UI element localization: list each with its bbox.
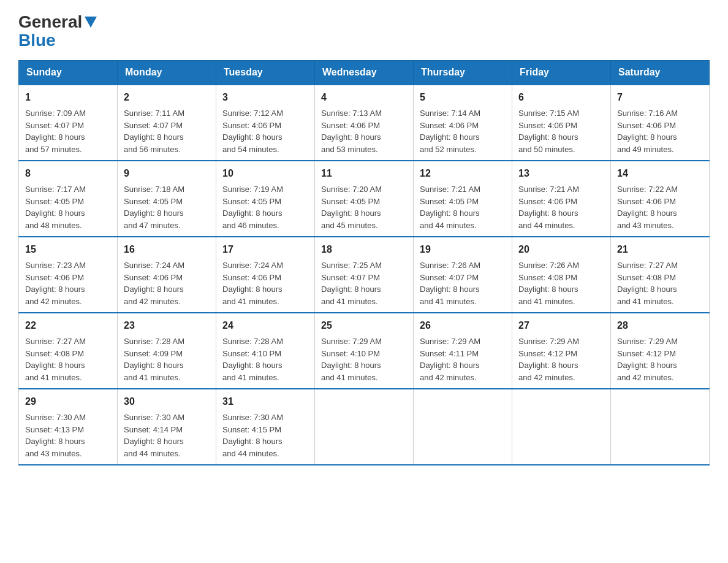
calendar-cell: 2 Sunrise: 7:11 AM Sunset: 4:07 PM Dayli… [118, 85, 216, 161]
logo-general-text: General [18, 12, 97, 32]
calendar-cell: 18 Sunrise: 7:25 AM Sunset: 4:07 PM Dayl… [315, 237, 414, 313]
day-daylight-cont: and 49 minutes. [617, 145, 674, 154]
day-daylight-cont: and 41 minutes. [617, 297, 674, 306]
calendar-cell: 9 Sunrise: 7:18 AM Sunset: 4:05 PM Dayli… [118, 161, 216, 237]
day-daylight-cont: and 41 minutes. [222, 297, 279, 306]
day-daylight: Daylight: 8 hours [321, 132, 381, 142]
calendar-week-row: 29 Sunrise: 7:30 AM Sunset: 4:13 PM Dayl… [19, 389, 710, 465]
day-sunrise: Sunrise: 7:25 AM [321, 261, 382, 270]
day-daylight: Daylight: 8 hours [518, 361, 578, 370]
day-sunset: Sunset: 4:08 PM [25, 349, 84, 358]
col-header-monday: Monday [118, 61, 216, 85]
day-number: 22 [25, 318, 111, 333]
calendar-cell: 17 Sunrise: 7:24 AM Sunset: 4:06 PM Dayl… [216, 237, 315, 313]
day-number: 7 [617, 90, 703, 105]
calendar-cell: 6 Sunrise: 7:15 AM Sunset: 4:06 PM Dayli… [512, 85, 611, 161]
day-daylight: Daylight: 8 hours [25, 361, 85, 370]
day-daylight-cont: and 57 minutes. [25, 145, 82, 154]
day-sunset: Sunset: 4:05 PM [124, 197, 183, 206]
calendar-table: SundayMondayTuesdayWednesdayThursdayFrid… [18, 60, 710, 465]
calendar-cell: 22 Sunrise: 7:27 AM Sunset: 4:08 PM Dayl… [19, 313, 118, 389]
day-sunset: Sunset: 4:06 PM [518, 121, 577, 130]
day-daylight: Daylight: 8 hours [222, 209, 282, 218]
day-number: 15 [25, 242, 111, 257]
day-daylight-cont: and 54 minutes. [222, 145, 279, 154]
day-number: 14 [617, 166, 703, 181]
logo: General Blue [18, 12, 97, 50]
day-number: 10 [222, 166, 308, 181]
day-number: 12 [420, 166, 506, 181]
day-daylight-cont: and 47 minutes. [124, 221, 181, 230]
calendar-header-row: SundayMondayTuesdayWednesdayThursdayFrid… [19, 61, 710, 85]
day-daylight: Daylight: 8 hours [222, 437, 282, 446]
day-daylight-cont: and 56 minutes. [124, 145, 181, 154]
logo-triangle-icon [85, 17, 97, 28]
day-daylight-cont: and 42 minutes. [420, 373, 477, 382]
day-sunset: Sunset: 4:12 PM [617, 349, 676, 358]
calendar-cell: 23 Sunrise: 7:28 AM Sunset: 4:09 PM Dayl… [118, 313, 216, 389]
day-number: 6 [518, 90, 604, 105]
day-sunrise: Sunrise: 7:24 AM [124, 261, 184, 270]
day-sunrise: Sunrise: 7:19 AM [222, 185, 283, 194]
day-number: 5 [420, 90, 506, 105]
day-daylight: Daylight: 8 hours [518, 209, 578, 218]
day-daylight: Daylight: 8 hours [25, 209, 85, 218]
day-sunrise: Sunrise: 7:29 AM [420, 337, 480, 346]
day-daylight-cont: and 41 minutes. [124, 373, 181, 382]
day-daylight-cont: and 44 minutes. [518, 221, 575, 230]
day-sunrise: Sunrise: 7:26 AM [518, 261, 579, 270]
day-daylight-cont: and 50 minutes. [518, 145, 575, 154]
day-daylight: Daylight: 8 hours [124, 209, 184, 218]
day-sunrise: Sunrise: 7:18 AM [124, 185, 184, 194]
day-number: 18 [321, 242, 407, 257]
day-sunrise: Sunrise: 7:21 AM [420, 185, 480, 194]
day-daylight-cont: and 41 minutes. [25, 373, 82, 382]
day-daylight-cont: and 45 minutes. [321, 221, 378, 230]
day-number: 25 [321, 318, 407, 333]
col-header-friday: Friday [512, 61, 611, 85]
day-daylight: Daylight: 8 hours [420, 132, 480, 142]
day-sunset: Sunset: 4:06 PM [420, 121, 479, 130]
day-sunset: Sunset: 4:07 PM [25, 121, 84, 130]
day-daylight-cont: and 41 minutes. [321, 297, 378, 306]
day-sunrise: Sunrise: 7:16 AM [617, 109, 678, 118]
col-header-wednesday: Wednesday [315, 61, 414, 85]
day-daylight: Daylight: 8 hours [420, 361, 480, 370]
day-sunset: Sunset: 4:09 PM [124, 349, 183, 358]
calendar-week-row: 15 Sunrise: 7:23 AM Sunset: 4:06 PM Dayl… [19, 237, 710, 313]
calendar-cell: 7 Sunrise: 7:16 AM Sunset: 4:06 PM Dayli… [611, 85, 710, 161]
day-sunrise: Sunrise: 7:30 AM [222, 413, 283, 422]
day-sunset: Sunset: 4:07 PM [420, 273, 479, 282]
day-number: 30 [124, 394, 210, 409]
day-number: 24 [222, 318, 308, 333]
calendar-week-row: 8 Sunrise: 7:17 AM Sunset: 4:05 PM Dayli… [19, 161, 710, 237]
day-sunset: Sunset: 4:06 PM [321, 121, 380, 130]
day-daylight-cont: and 42 minutes. [124, 297, 181, 306]
day-sunrise: Sunrise: 7:27 AM [617, 261, 678, 270]
day-sunrise: Sunrise: 7:29 AM [518, 337, 579, 346]
day-sunset: Sunset: 4:05 PM [222, 197, 281, 206]
logo-blue-text: Blue [18, 31, 97, 50]
day-sunset: Sunset: 4:10 PM [222, 349, 281, 358]
calendar-cell [315, 389, 414, 465]
day-daylight-cont: and 41 minutes. [321, 373, 378, 382]
day-sunset: Sunset: 4:06 PM [617, 197, 676, 206]
col-header-saturday: Saturday [611, 61, 710, 85]
calendar-cell [512, 389, 611, 465]
day-daylight-cont: and 44 minutes. [420, 221, 477, 230]
day-sunrise: Sunrise: 7:26 AM [420, 261, 480, 270]
day-daylight-cont: and 48 minutes. [25, 221, 82, 230]
calendar-cell: 30 Sunrise: 7:30 AM Sunset: 4:14 PM Dayl… [118, 389, 216, 465]
calendar-cell: 14 Sunrise: 7:22 AM Sunset: 4:06 PM Dayl… [611, 161, 710, 237]
day-daylight-cont: and 42 minutes. [617, 373, 674, 382]
day-daylight: Daylight: 8 hours [124, 285, 184, 294]
day-number: 16 [124, 242, 210, 257]
day-sunrise: Sunrise: 7:28 AM [124, 337, 184, 346]
day-daylight-cont: and 52 minutes. [420, 145, 477, 154]
day-number: 26 [420, 318, 506, 333]
day-daylight: Daylight: 8 hours [518, 285, 578, 294]
col-header-sunday: Sunday [19, 61, 118, 85]
calendar-cell: 5 Sunrise: 7:14 AM Sunset: 4:06 PM Dayli… [414, 85, 512, 161]
day-daylight: Daylight: 8 hours [617, 361, 677, 370]
day-sunset: Sunset: 4:06 PM [518, 197, 577, 206]
